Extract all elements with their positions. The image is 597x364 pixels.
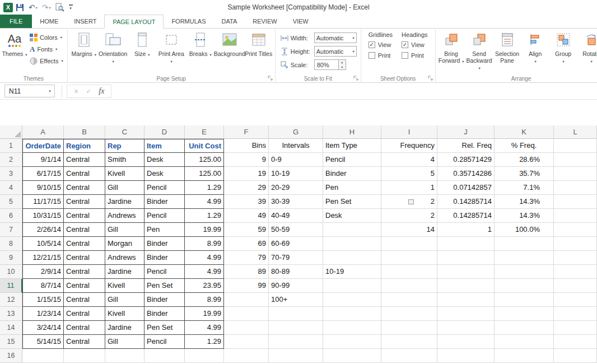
cell-D1[interactable]: Item — [144, 139, 185, 153]
cell-A10[interactable]: 2/9/14 — [22, 265, 64, 279]
cell-D5[interactable]: Binder — [144, 195, 185, 209]
orientation-button[interactable]: Orientation ▾ — [99, 30, 128, 74]
row-header-6[interactable]: 6 — [0, 209, 22, 223]
cell-J15[interactable] — [437, 335, 495, 349]
cell-L11[interactable] — [554, 279, 597, 293]
rotate-button[interactable]: Rotate▾ — [577, 30, 597, 74]
cell-H9[interactable] — [323, 251, 381, 265]
cell-J4[interactable]: 0.07142857 — [437, 181, 495, 195]
cell-B11[interactable]: Central — [64, 279, 105, 293]
cell-I9[interactable] — [381, 251, 437, 265]
cell-C1[interactable]: Rep — [105, 139, 144, 153]
row-header-12[interactable]: 12 — [0, 293, 22, 307]
cell-B3[interactable]: Central — [64, 167, 105, 181]
cell-D8[interactable]: Binder — [144, 237, 185, 251]
row-header-1[interactable]: 1 — [0, 139, 22, 153]
cell-J13[interactable] — [437, 307, 495, 321]
cell-J8[interactable] — [437, 237, 495, 251]
cell-D6[interactable]: Pencil — [144, 209, 185, 223]
fonts-button[interactable]: A Fonts▾ — [27, 43, 66, 55]
cell-A1[interactable]: OrderDate — [22, 139, 64, 153]
row-header-13[interactable]: 13 — [0, 307, 22, 321]
row-header-10[interactable]: 10 — [0, 265, 22, 279]
cell-A12[interactable]: 1/15/15 — [22, 293, 64, 307]
cell-J6[interactable]: 0.14285714 — [437, 209, 495, 223]
cell-B4[interactable]: Central — [64, 181, 105, 195]
print-area-button[interactable]: Print Area ▾ — [157, 30, 186, 74]
tab-file[interactable]: FILE — [0, 15, 32, 28]
cell-D10[interactable]: Pencil — [144, 265, 185, 279]
row-header-16[interactable]: 16 — [0, 349, 22, 363]
tab-data[interactable]: DATA — [214, 15, 245, 28]
cell-A9[interactable]: 12/21/15 — [22, 251, 64, 265]
column-header-A[interactable]: A — [22, 125, 64, 139]
print-preview-button[interactable] — [54, 2, 66, 13]
cell-A13[interactable]: 1/23/14 — [22, 307, 64, 321]
themes-button[interactable]: Aa Themes ▾ — [2, 30, 27, 74]
print-titles-button[interactable]: Print Titles — [244, 30, 273, 74]
sheet-options-dialog-launcher[interactable] — [427, 75, 434, 82]
cell-F4[interactable]: 29 — [224, 181, 269, 195]
scale-spinner[interactable]: 80% ▴▾ — [314, 59, 346, 70]
cell-C3[interactable]: Kivell — [105, 167, 144, 181]
cell-E3[interactable]: 125.00 — [185, 167, 224, 181]
cell-L6[interactable] — [554, 209, 597, 223]
row-header-7[interactable]: 7 — [0, 223, 22, 237]
cell-G9[interactable]: 70-79 — [269, 251, 323, 265]
headings-print-checkbox[interactable]: Print — [402, 51, 427, 59]
save-button[interactable] — [14, 2, 26, 13]
column-header-F[interactable]: F — [224, 125, 269, 139]
cell-A14[interactable]: 3/24/14 — [22, 321, 64, 335]
tab-home[interactable]: HOME — [32, 15, 66, 28]
selection-pane-button[interactable]: SelectionPane — [493, 30, 521, 74]
qat-customize-button[interactable]: ▾ — [67, 2, 74, 13]
cell-H4[interactable]: Pen — [323, 181, 381, 195]
cell-G1[interactable]: Intervals — [269, 139, 323, 153]
cell-D3[interactable]: Desk — [144, 167, 185, 181]
cell-L4[interactable] — [554, 181, 597, 195]
cell-E13[interactable]: 19.99 — [185, 307, 224, 321]
cell-I1[interactable]: Frequency — [381, 139, 437, 153]
cell-C7[interactable]: Gill — [105, 223, 144, 237]
page-setup-dialog-launcher[interactable] — [267, 75, 274, 82]
cell-G6[interactable]: 40-49 — [269, 209, 323, 223]
column-header-I[interactable]: I — [381, 125, 437, 139]
row-header-9[interactable]: 9 — [0, 251, 22, 265]
cell-G8[interactable]: 60-69 — [269, 237, 323, 251]
cell-E12[interactable]: 8.99 — [185, 293, 224, 307]
cell-J16[interactable] — [437, 349, 495, 363]
group-button[interactable]: Group▾ — [549, 30, 577, 74]
cell-I3[interactable]: 5 — [381, 167, 437, 181]
select-all-corner-icon[interactable] — [0, 125, 22, 139]
cell-K1[interactable]: % Freq. — [495, 139, 554, 153]
cell-J9[interactable] — [437, 251, 495, 265]
column-header-L[interactable]: L — [554, 125, 597, 139]
row-header-8[interactable]: 8 — [0, 237, 22, 251]
cell-J1[interactable]: Rel. Freq — [437, 139, 495, 153]
cell-D16[interactable] — [144, 349, 185, 363]
background-button[interactable]: Background — [215, 30, 244, 74]
cell-C10[interactable]: Jardine — [105, 265, 144, 279]
cell-K7[interactable]: 100.0% — [495, 223, 554, 237]
cell-F16[interactable] — [224, 349, 269, 363]
cell-K6[interactable]: 14.3% — [495, 209, 554, 223]
cell-I8[interactable] — [381, 237, 437, 251]
cell-E8[interactable]: 8.99 — [185, 237, 224, 251]
cell-B10[interactable]: Central — [64, 265, 105, 279]
cell-K11[interactable] — [495, 279, 554, 293]
cell-K10[interactable] — [495, 265, 554, 279]
cell-L5[interactable] — [554, 195, 597, 209]
cell-A15[interactable]: 5/14/15 — [22, 335, 64, 349]
row-header-15[interactable]: 15 — [0, 335, 22, 349]
cell-C12[interactable]: Gill — [105, 293, 144, 307]
gridlines-view-checkbox[interactable]: ✓View — [369, 40, 393, 49]
cell-H8[interactable] — [323, 237, 381, 251]
cell-K5[interactable]: 14.3% — [495, 195, 554, 209]
column-header-C[interactable]: C — [105, 125, 144, 139]
cell-J11[interactable] — [437, 279, 495, 293]
cell-C6[interactable]: Andrews — [105, 209, 144, 223]
cell-G16[interactable] — [269, 349, 323, 363]
cell-G10[interactable]: 80-89 — [269, 265, 323, 279]
cell-F7[interactable]: 59 — [224, 223, 269, 237]
cell-H7[interactable] — [323, 223, 381, 237]
